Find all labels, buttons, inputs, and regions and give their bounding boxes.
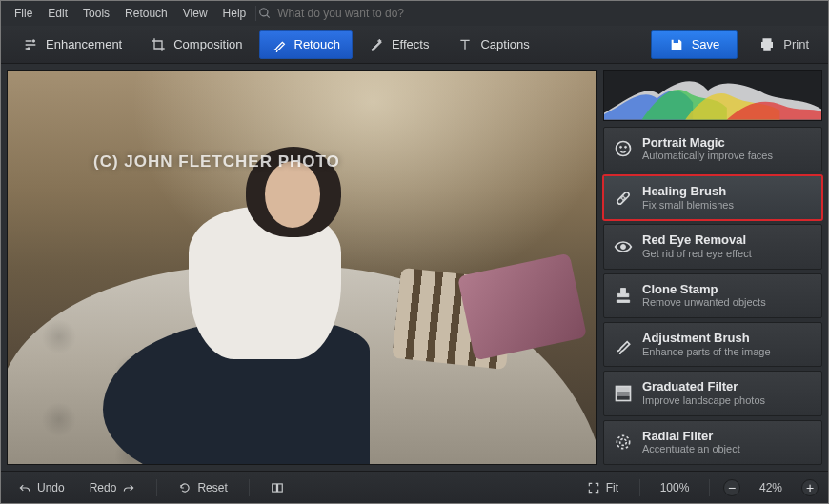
search-input[interactable] (277, 7, 468, 20)
menu-file[interactable]: File (7, 4, 40, 23)
tab-label: Composition (173, 37, 242, 51)
svg-rect-5 (617, 192, 630, 205)
app-window: File Edit Tools Retouch View Help Enhanc… (0, 0, 829, 504)
reset-button[interactable]: Reset (171, 477, 234, 498)
zoom-in-button[interactable]: + (801, 479, 819, 496)
svg-point-7 (624, 197, 626, 199)
menubar-separator (255, 6, 256, 21)
text-icon (457, 37, 473, 52)
tab-effects[interactable]: Effects (356, 30, 442, 59)
svg-point-9 (622, 199, 624, 201)
compare-button[interactable] (263, 477, 292, 498)
compare-icon (271, 481, 284, 494)
svg-rect-16 (272, 483, 276, 491)
fit-icon (587, 481, 600, 494)
tab-captions[interactable]: Captions (445, 30, 541, 59)
tool-title: Adjustment Brush (642, 331, 771, 346)
zoom-100[interactable]: 100% (654, 481, 696, 494)
toolbar: Enhancement Composition Retouch Effects … (1, 26, 828, 64)
svg-point-15 (617, 436, 629, 449)
tool-radial-filter[interactable]: Radial Filter Accentuate an object (603, 420, 822, 465)
menu-edit[interactable]: Edit (40, 4, 75, 23)
bottom-bar: Undo Redo Reset Fit 100% − 42% + (1, 471, 828, 503)
tool-title: Red Eye Removal (642, 232, 752, 248)
canvas-wrap: (C) JOHN FLETCHER PHOTO (1, 64, 603, 471)
tool-portrait-magic[interactable]: Portrait Magic Automatically improve fac… (603, 127, 822, 171)
svg-point-6 (621, 197, 623, 199)
photo-subject (122, 131, 408, 465)
sliders-icon (23, 37, 38, 52)
svg-rect-12 (617, 386, 631, 391)
plus-icon: + (806, 481, 814, 494)
radial-icon (614, 433, 633, 452)
svg-point-8 (622, 195, 624, 197)
fit-button[interactable]: Fit (579, 477, 626, 498)
tab-label: Retouch (294, 37, 340, 51)
watermark-text: (C) JOHN FLETCHER PHOTO (93, 152, 340, 171)
brush-icon (614, 335, 633, 354)
svg-point-4 (625, 147, 627, 149)
fit-label: Fit (606, 481, 618, 494)
separator (639, 479, 640, 496)
histogram-svg (604, 71, 821, 120)
tool-desc: Get rid of red eye effect (642, 248, 752, 261)
svg-point-10 (621, 244, 626, 249)
zoom-out-button[interactable]: − (723, 479, 740, 496)
face-icon (614, 139, 633, 158)
tab-retouch[interactable]: Retouch (259, 30, 353, 59)
side-panel: Portrait Magic Automatically improve fac… (603, 64, 828, 471)
tab-label: Enhancement (46, 37, 122, 51)
tool-title: Portrait Magic (642, 135, 773, 151)
tool-healing-brush[interactable]: Healing Brush Fix small blemishes (603, 175, 822, 220)
undo-button[interactable]: Undo (10, 477, 72, 498)
undo-icon (18, 481, 31, 494)
svg-point-1 (28, 47, 30, 50)
save-icon (669, 37, 684, 52)
redo-label: Redo (90, 481, 117, 494)
tool-desc: Automatically improve faces (642, 150, 773, 163)
bandage-icon (614, 189, 633, 208)
tool-adjustment-brush[interactable]: Adjustment Brush Enhance parts of the im… (603, 322, 822, 367)
tab-composition[interactable]: Composition (138, 30, 254, 59)
tool-red-eye[interactable]: Red Eye Removal Get rid of red eye effec… (603, 224, 822, 269)
eye-icon (614, 237, 633, 256)
gradient-icon (614, 384, 633, 403)
crop-icon (151, 37, 166, 52)
tool-desc: Accentuate an object (642, 443, 740, 456)
image-canvas[interactable]: (C) JOHN FLETCHER PHOTO (7, 70, 597, 465)
tab-enhancement[interactable]: Enhancement (10, 30, 134, 59)
menu-help[interactable]: Help (215, 4, 254, 23)
save-label: Save (692, 37, 720, 51)
tool-desc: Improve landscape photos (642, 394, 765, 408)
menubar: File Edit Tools Retouch View Help (1, 1, 828, 26)
tool-graduated-filter[interactable]: Graduated Filter Improve landscape photo… (603, 371, 822, 415)
redo-button[interactable]: Redo (82, 477, 144, 498)
save-button[interactable]: Save (651, 30, 738, 59)
separator (156, 479, 157, 496)
tool-title: Healing Brush (642, 184, 734, 199)
menu-retouch[interactable]: Retouch (117, 4, 175, 23)
menu-view[interactable]: View (175, 4, 215, 23)
tool-clone-stamp[interactable]: Clone Stamp Remove unwanted objects (603, 273, 822, 318)
svg-rect-13 (617, 391, 631, 395)
redo-icon (122, 481, 135, 494)
search-icon (258, 7, 272, 20)
tool-title: Radial Filter (642, 429, 740, 444)
separator (709, 479, 710, 496)
minus-icon: − (728, 481, 736, 494)
tool-title: Clone Stamp (642, 282, 766, 297)
svg-point-3 (620, 147, 622, 149)
histogram[interactable] (603, 70, 822, 121)
tool-title: Graduated Filter (642, 379, 765, 394)
print-button[interactable]: Print (749, 30, 819, 59)
svg-point-2 (617, 142, 631, 156)
undo-label: Undo (37, 481, 65, 494)
menu-tools[interactable]: Tools (75, 4, 117, 23)
print-icon (758, 36, 776, 53)
wand-icon (369, 37, 384, 52)
tab-label: Captions (480, 37, 529, 51)
svg-rect-17 (277, 483, 282, 491)
retouch-tools: Portrait Magic Automatically improve fac… (603, 127, 822, 465)
tool-desc: Remove unwanted objects (642, 296, 766, 310)
zoom-current: 42% (750, 481, 792, 494)
